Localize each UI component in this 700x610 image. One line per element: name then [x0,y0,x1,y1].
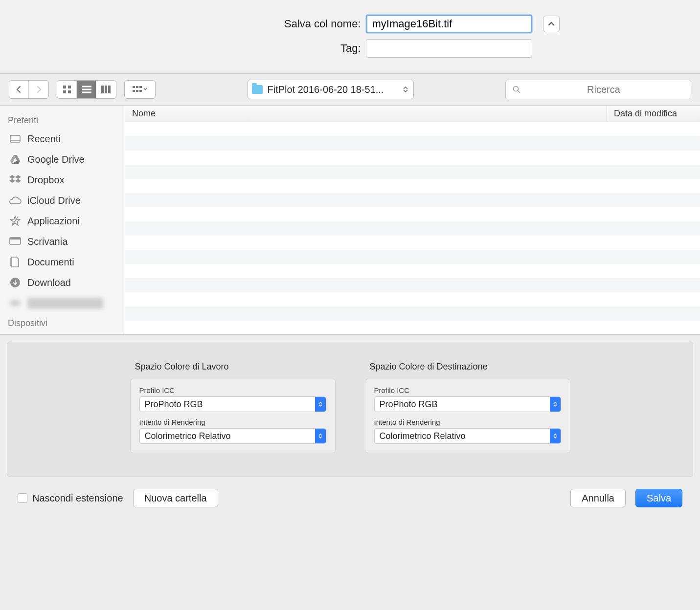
sidebar-item-label: Download [27,277,71,288]
dest-intent-label: Intento di Rendering [374,418,561,426]
group-by-segment [124,80,156,99]
file-list-area: Nome Data di modifica [125,106,700,334]
sidebar-item-dropbox[interactable]: Dropbox [0,170,125,190]
sidebar-item-applications[interactable]: Applicazioni [0,211,125,231]
group-by-button[interactable] [125,81,155,98]
columns-icon [101,86,111,93]
svg-rect-22 [10,238,21,240]
table-row [125,207,700,221]
search-input[interactable] [523,84,684,95]
column-name[interactable]: Nome [125,106,607,122]
view-icons-button[interactable] [57,81,77,98]
filename-label: Salva col nome: [141,18,366,30]
sidebar-item-label: iCloud Drive [27,195,81,206]
sidebar-item-label: Scrivania [27,236,68,247]
table-row [125,179,700,193]
folder-dropdown[interactable]: FitPlot 2016-06-20 18-51... [248,80,414,99]
table-row [125,321,700,334]
chevron-up-icon [548,21,555,27]
sidebar-item-google-drive[interactable]: Google Drive [0,149,125,170]
options-panel: Spazio Colore di Lavoro Profilo ICC ProP… [7,342,693,477]
nav-back-forward [9,80,49,99]
select-arrows-icon [315,397,326,412]
sidebar-item-desktop[interactable]: Scrivania [0,231,125,252]
dropbox-icon [9,174,22,186]
svg-rect-3 [68,90,71,93]
bottom-bar: Nascondi estensione Nuova cartella Annul… [0,477,700,519]
sidebar-item-label: Dropbox [27,174,65,186]
table-row [125,264,700,278]
working-intent-label: Intento di Rendering [139,418,326,426]
new-folder-button[interactable]: Nuova cartella [133,489,218,507]
table-row [125,278,700,292]
tag-input[interactable] [366,39,532,58]
dest-intent-select[interactable]: Colorimetrico Relativo [374,428,561,444]
sidebar-item-label: Applicazioni [27,216,80,227]
svg-rect-6 [82,92,91,93]
chevron-right-icon [36,86,42,93]
devices-label: Dispositivi [0,313,125,331]
header-area: Salva col nome: Tag: [0,0,700,74]
svg-rect-13 [133,90,135,92]
svg-rect-9 [108,86,111,93]
sidebar-item-documents[interactable]: Documenti [0,252,125,272]
folder-icon [252,85,263,94]
download-icon [9,276,22,289]
working-profile-select[interactable]: ProPhoto RGB [139,396,326,412]
sidebar-item-recents[interactable]: Recenti [0,129,125,149]
svg-rect-8 [105,86,107,93]
select-value: ProPhoto RGB [140,399,315,410]
sidebar-item-label: Google Drive [27,154,85,165]
folder-name: FitPlot 2016-06-20 18-51... [268,84,402,95]
collapse-button[interactable] [543,16,560,32]
applications-icon [9,215,22,227]
filename-input[interactable] [366,15,532,33]
table-row [125,122,700,136]
favorites-label: Preferiti [0,110,125,129]
table-row [125,250,700,264]
group-icon [133,86,147,93]
table-row [125,221,700,236]
dest-colorspace-group: Spazio Colore di Destinazione Profilo IC… [365,362,570,453]
table-row [125,165,700,179]
view-columns-button[interactable] [96,81,116,98]
recents-icon [9,132,22,145]
save-button[interactable]: Salva [635,489,682,507]
hide-extension-checkbox[interactable]: Nascondi estensione [18,493,123,504]
cancel-button[interactable]: Annulla [570,489,626,507]
working-title: Spazio Colore di Lavoro [135,362,336,372]
svg-rect-15 [139,90,142,92]
svg-rect-24 [10,300,20,306]
select-arrows-icon [550,397,561,412]
select-value: Colorimetrico Relativo [375,431,550,441]
dest-profile-label: Profilo ICC [374,386,561,394]
select-arrows-icon [315,429,326,443]
working-colorspace-group: Spazio Colore di Lavoro Profilo ICC ProP… [130,362,336,453]
dest-profile-select[interactable]: ProPhoto RGB [374,396,561,412]
sidebar-item-download[interactable]: Download [0,272,125,293]
svg-line-17 [518,91,520,93]
table-row [125,236,700,250]
svg-rect-0 [63,86,66,88]
toolbar: FitPlot 2016-06-20 18-51... [0,74,700,105]
svg-rect-11 [136,86,138,88]
table-row [125,136,700,151]
svg-rect-2 [63,90,66,93]
table-row [125,193,700,207]
svg-rect-5 [82,89,91,90]
column-date[interactable]: Data di modifica [607,106,700,122]
search-field[interactable] [505,80,691,99]
forward-button[interactable] [29,81,48,98]
svg-rect-14 [136,90,138,92]
working-intent-select[interactable]: Colorimetrico Relativo [139,428,326,444]
view-list-button[interactable] [77,81,96,98]
gdrive-icon [9,153,22,166]
tag-row: Tag: [0,39,700,58]
svg-point-16 [514,87,519,91]
table-row [125,306,700,321]
back-button[interactable] [9,81,29,98]
checkbox-icon [18,493,27,503]
sidebar-item-icloud[interactable]: iCloud Drive [0,190,125,211]
svg-line-20 [12,217,18,225]
list-icon [82,86,91,93]
